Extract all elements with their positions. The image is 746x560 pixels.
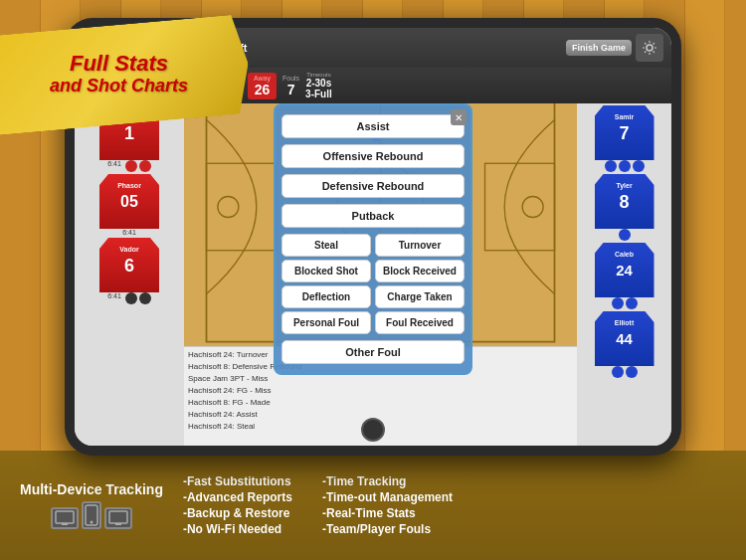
- feature-2-2: -Time-out Management: [322, 490, 453, 504]
- away-fouls: Fouls 7: [282, 75, 299, 97]
- player-vador[interactable]: Vador 6 6:41: [77, 238, 182, 304]
- jersey-elliott: Elliott 44: [595, 311, 654, 366]
- tracking-section: Multi-Device Tracking: [20, 481, 163, 529]
- popup-close-button[interactable]: ✕: [451, 109, 466, 125]
- banner-line1: Full Stats: [50, 52, 188, 76]
- timeouts: Timeouts 2-30s 3-Full: [305, 72, 332, 99]
- device-2: [82, 501, 101, 529]
- personal-foul-received-row: Personal Foul Foul Received: [281, 311, 465, 334]
- feature-1-4: -No Wi-Fi Needed: [183, 522, 292, 536]
- right-players-panel: Samir 7 Tyler 8: [577, 103, 671, 446]
- log-item: Hachisoft 24: FG - Miss: [188, 385, 573, 397]
- personal-foul-button[interactable]: Personal Foul: [281, 311, 371, 334]
- finish-game-button[interactable]: Finish Game: [566, 40, 632, 56]
- deflection-charge-row: Deflection Charge Taken: [281, 285, 465, 308]
- tracking-title: Multi-Device Tracking: [20, 481, 163, 497]
- left-players-panel: Spock 1 6:41 Phasor 05 6:41: [75, 103, 184, 446]
- player-samir[interactable]: Samir 7: [579, 105, 669, 172]
- feature-2-1: -Time Tracking: [322, 474, 453, 488]
- other-foul-button[interactable]: Other Foul: [281, 340, 465, 364]
- offensive-rebound-button[interactable]: Offensive Rebound: [281, 144, 465, 168]
- deflection-button[interactable]: Deflection: [281, 285, 371, 308]
- jersey-samir: Samir 7: [595, 105, 654, 160]
- devices-icon: [51, 501, 132, 529]
- player-caleb[interactable]: Caleb 24: [579, 243, 669, 309]
- block-received-button[interactable]: Block Received: [375, 260, 465, 282]
- svg-rect-4: [109, 511, 127, 523]
- blocked-shot-button[interactable]: Blocked Shot: [281, 260, 371, 282]
- away-score: Away 26: [248, 73, 277, 99]
- feature-2-3: -Real-Time Stats: [322, 506, 453, 520]
- charge-taken-button[interactable]: Charge Taken: [375, 285, 465, 308]
- device-3: [104, 507, 132, 529]
- steal-button[interactable]: Steal: [281, 234, 371, 257]
- device-1: [51, 507, 79, 529]
- putback-button[interactable]: Putback: [281, 204, 465, 228]
- away-fouls-value: 7: [287, 82, 295, 97]
- ipad-home-button[interactable]: [361, 418, 385, 442]
- jersey-vador: Vador 6: [99, 238, 159, 292]
- settings-icon[interactable]: [636, 34, 663, 62]
- turnover-button[interactable]: Turnover: [375, 234, 465, 257]
- player-tyler[interactable]: Tyler 8: [579, 174, 669, 241]
- defensive-rebound-button[interactable]: Defensive Rebound: [281, 174, 465, 198]
- bottom-features: Multi-Device Tracking -Fast Substitution…: [0, 451, 746, 560]
- jersey-phasor: Phasor 05: [99, 174, 159, 229]
- feature-1-1: -Fast Substitutions: [183, 474, 292, 488]
- foul-received-button[interactable]: Foul Received: [375, 311, 465, 334]
- feature-1-2: -Advanced Reports: [183, 490, 292, 504]
- banner-line2: and Shot Charts: [50, 77, 188, 97]
- svg-rect-0: [56, 511, 74, 523]
- player-elliott[interactable]: Elliott 44: [579, 311, 669, 378]
- away-score-value: 26: [255, 82, 271, 97]
- stats-popup: ✕ Assist Offensive Rebound Defensive Reb…: [274, 103, 472, 375]
- feature-2-4: -Team/Player Fouls: [322, 522, 453, 536]
- feature-col-1: -Fast Substitutions -Advanced Reports -B…: [183, 474, 292, 536]
- svg-rect-5: [115, 523, 121, 525]
- feature-1-3: -Backup & Restore: [183, 506, 292, 520]
- player-phasor[interactable]: Phasor 05 6:41: [77, 174, 182, 236]
- jersey-caleb: Caleb 24: [595, 243, 654, 297]
- banner-text: Full Stats and Shot Charts: [50, 52, 188, 96]
- log-item: Hachisoft 8: FG - Made: [188, 397, 573, 409]
- blocked-block-row: Blocked Shot Block Received: [281, 260, 465, 282]
- svg-point-6: [647, 45, 653, 51]
- feature-columns: -Fast Substitutions -Advanced Reports -B…: [183, 474, 726, 536]
- svg-point-3: [90, 521, 93, 524]
- jersey-tyler: Tyler 8: [595, 174, 654, 229]
- log-item: Hachisoft 24: Assist: [188, 409, 573, 421]
- steal-turnover-row: Steal Turnover: [281, 234, 465, 257]
- svg-rect-1: [62, 523, 68, 525]
- feature-col-2: -Time Tracking -Time-out Management -Rea…: [322, 474, 453, 536]
- assist-button[interactable]: Assist: [281, 114, 465, 138]
